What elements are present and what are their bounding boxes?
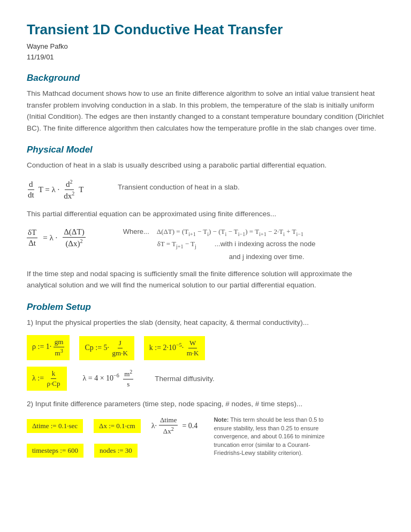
- stability-note: Note: This term should be less than 0.5 …: [214, 416, 337, 457]
- delta-T-simple: δT = Tj+1 − Tj: [157, 240, 196, 249]
- finite-diff-params: Δtime := 0.1·sec Δx := 0.1·cm λ· Δtime Δ…: [27, 416, 384, 457]
- nodes-def: nodes := 30: [94, 444, 138, 458]
- rho-definition: ρ := 1· gm m3: [27, 335, 70, 360]
- k-definition: k := 2·10−5· W m·K: [144, 336, 206, 360]
- indexing-note2-row: and j indexing over time.: [123, 253, 316, 261]
- Cp-definition: Cp := 5· J gm·K: [79, 336, 134, 360]
- indexing-note: ...with i indexing across the node: [215, 240, 316, 248]
- step1-text: 1) Input the physical properties the sla…: [27, 317, 384, 329]
- indexing-note2: and j indexing over time.: [229, 253, 305, 261]
- timesteps-def: timesteps := 600: [27, 444, 83, 458]
- equation-2-lhs: δT Δt = λ · Δ(ΔT) (Δx)2: [27, 227, 86, 248]
- delta-T-expansion: Δ(ΔT) = (Ti+1 − Ti) − (Ti − Ti−1) = Ti+1…: [157, 227, 303, 237]
- step2-text-wrapper: 2) Input finite difference parameters (t…: [27, 398, 384, 410]
- d-dt-fraction: d dt: [27, 180, 35, 200]
- equation-2-block: δT Δt = λ · Δ(ΔT) (Δx)2 Where... Δ(ΔT) =…: [27, 227, 384, 261]
- date-text: 11/19/01: [27, 52, 384, 63]
- delta-x-def: Δx := 0.1·cm: [94, 419, 141, 433]
- note-text: This term should be less than 0.5 to ens…: [214, 416, 324, 456]
- where-label: Where...: [123, 227, 149, 235]
- params-left: Δtime := 0.1·sec Δx := 0.1·cm λ· Δtime Δ…: [27, 416, 197, 457]
- author-text: Wayne Pafko: [27, 41, 384, 52]
- lambda-def-box: λ := k ρ·Cp: [27, 367, 67, 391]
- physical-model-heading: Physical Model: [27, 145, 384, 155]
- params-row-1: Δtime := 0.1·sec Δx := 0.1·cm λ· Δtime Δ…: [27, 416, 197, 436]
- note-title: Note:: [214, 416, 229, 423]
- physical-model-intro: Conduction of heat in a slab is usually …: [27, 159, 384, 171]
- continuity-text: If the time step and nodal spacing is su…: [27, 268, 384, 291]
- problem-setup-heading: Problem Setup: [27, 302, 384, 313]
- lambda-value: λ = 4 × 10−6 m2 s: [83, 369, 134, 389]
- delta-time-def: Δtime := 0.1·sec: [27, 419, 83, 433]
- equation-1-block: d dt T = λ · d2 dx2 T Transient conducti…: [27, 179, 384, 201]
- where-block: Where... Δ(ΔT) = (Ti+1 − Ti) − (Ti − Ti−…: [123, 227, 316, 261]
- finite-diff-intro: This partial differential equation can b…: [27, 208, 384, 220]
- lambda-row: λ := k ρ·Cp λ = 4 × 10−6 m2 s Thermal di…: [27, 367, 384, 391]
- delta-T-simple-row: δT = Tj+1 − Tj ...with i indexing across…: [123, 240, 316, 249]
- variables-row-1: ρ := 1· gm m3 Cp := 5· J gm·K k := 2·10−…: [27, 335, 384, 360]
- page-title: Transient 1D Conductive Heat Transfer: [27, 21, 384, 38]
- d2-dx2-fraction: d2 dx2: [63, 179, 75, 201]
- equation-1-label: Transient conduction of heat in a slab.: [118, 179, 240, 191]
- stability-expr: λ· Δtime Δx2 = 0.4: [151, 416, 198, 436]
- equation-1-lhs: d dt T = λ · d2 dx2 T: [27, 179, 96, 201]
- thermal-diffusivity-label: Thermal diffusivity.: [155, 375, 214, 383]
- where-label-row: Where... Δ(ΔT) = (Ti+1 − Ti) − (Ti − Ti−…: [123, 227, 316, 237]
- params-row-2: timesteps := 600 nodes := 30: [27, 444, 197, 458]
- background-text: This Mathcad document shows how to use a…: [27, 88, 384, 134]
- step2-text: 2) Input finite difference parameters (t…: [27, 398, 384, 410]
- background-heading: Background: [27, 73, 384, 83]
